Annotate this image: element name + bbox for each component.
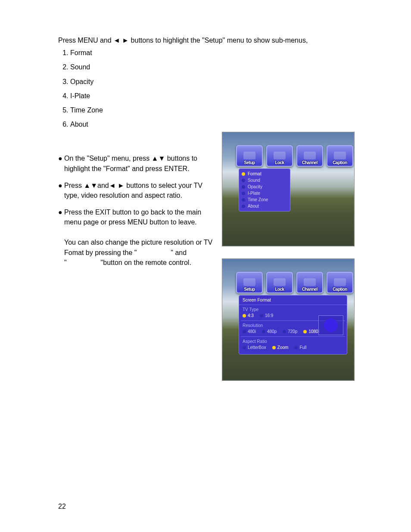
option-label: 16:9 (265, 313, 273, 318)
list-item: Opacity (70, 77, 351, 87)
osd-screenshot-setup-menu: Setup Lock Channel Caption Format Sound … (222, 132, 355, 246)
menu-item-sound[interactable]: Sound (241, 177, 288, 184)
group-label-tv-type: TV Type (239, 305, 347, 312)
tab-lock[interactable]: Lock (266, 145, 293, 167)
radio-dot-icon (243, 314, 246, 317)
radio-dot-icon (283, 330, 286, 333)
aspect-options: LetterBox Zoom Full (239, 344, 347, 352)
bullet-text: Press the EXIT button to go back to the … (64, 207, 205, 227)
option-letterbox[interactable]: LetterBox (243, 345, 266, 350)
menu-item-opacity[interactable]: Opacity (241, 184, 288, 190)
submenu-list: Format Sound Opacity I-Plate Time Zone A… (58, 48, 351, 129)
menu-item-label: Opacity (248, 184, 262, 189)
radio-dot-icon (242, 172, 245, 176)
setup-icon (243, 152, 255, 159)
tab-channel[interactable]: Channel (296, 272, 323, 293)
radio-dot-icon (243, 330, 246, 333)
option-zoom[interactable]: Zoom (272, 345, 289, 350)
option-720p[interactable]: 720p (283, 329, 297, 334)
tab-caption[interactable]: Caption (327, 145, 353, 167)
lock-icon (274, 278, 286, 286)
menu-item-label: About (248, 204, 259, 208)
tv-type-preview (318, 315, 343, 335)
radio-dot-icon (242, 198, 245, 202)
list-item: Sound (70, 62, 351, 72)
list-item: About (70, 119, 351, 129)
bullet-icon: ● (58, 180, 64, 200)
caption-icon (334, 278, 346, 286)
setup-submenu: Format Sound Opacity I-Plate Time Zone A… (239, 168, 290, 212)
tab-label: Setup (244, 160, 255, 165)
manual-page: Press MENU and ◄ ► buttons to highlight … (0, 0, 411, 532)
note-text: " (64, 259, 67, 266)
option-label: 480i (248, 329, 256, 334)
lock-icon (274, 152, 286, 159)
channel-icon (304, 278, 316, 286)
radio-dot-icon (242, 192, 245, 195)
bullet-text: Press ▲▼and◄ ► buttons to select your TV… (64, 180, 205, 200)
bullet-icon: ● (58, 207, 64, 227)
tab-setup[interactable]: Setup (236, 145, 263, 167)
tab-label: Lock (275, 287, 284, 292)
preview-circle-icon (324, 318, 338, 332)
list-item: Format (70, 48, 351, 58)
note-text: "button on the remote control. (101, 259, 191, 266)
menu-item-iplate[interactable]: I-Plate (241, 190, 288, 196)
intro-line: Press MENU and ◄ ► buttons to highlight … (58, 35, 351, 45)
tab-label: Channel (302, 160, 318, 165)
note-text: You can also change the picture resoluti… (64, 239, 212, 246)
group-label-aspect: Aspect Ratio (239, 337, 347, 344)
option-label: Zoom (277, 345, 289, 350)
channel-icon (304, 152, 316, 159)
option-full[interactable]: Full (294, 345, 306, 350)
menu-item-label: I-Plate (248, 191, 260, 196)
tab-setup[interactable]: Setup (236, 272, 263, 293)
radio-dot-icon (262, 330, 265, 333)
menu-item-about[interactable]: About (241, 203, 288, 209)
option-label: 1080i (308, 329, 319, 334)
menu-item-label: Time Zone (248, 197, 268, 202)
option-480i[interactable]: 480i (243, 329, 256, 334)
radio-dot-icon (242, 185, 245, 189)
remote-note: You can also change the picture resoluti… (64, 237, 215, 268)
tab-lock[interactable]: Lock (266, 272, 293, 293)
radio-dot-icon (243, 346, 246, 349)
bullet-icon: ● (58, 153, 64, 173)
panel-title: Screen Format (239, 296, 347, 305)
option-label: 4:3 (248, 313, 254, 318)
instruction-bullets: ●On the "Setup" menu, press ▲▼ buttons t… (58, 153, 205, 227)
option-label: 480p (267, 329, 277, 334)
radio-dot-icon (294, 346, 298, 349)
tab-label: Caption (333, 160, 347, 165)
note-text: Fomat by pressing the " (64, 249, 137, 256)
osd-screenshot-screen-format: Setup Lock Channel Caption Screen Format… (222, 258, 355, 381)
menu-item-format[interactable]: Format (241, 171, 288, 177)
caption-icon (334, 152, 346, 159)
option-4-3[interactable]: 4:3 (243, 313, 254, 318)
option-1080i[interactable]: 1080i (303, 329, 319, 334)
list-item: Time Zone (70, 105, 351, 115)
note-text: " and (171, 249, 187, 256)
option-label: 720p (288, 329, 297, 334)
page-number: 22 (58, 503, 66, 510)
tab-label: Caption (333, 287, 347, 292)
tab-label: Setup (244, 287, 255, 292)
option-16-9[interactable]: 16:9 (260, 313, 273, 318)
osd-tabs: Setup Lock Channel Caption (236, 145, 353, 167)
radio-dot-icon (260, 314, 263, 317)
option-label: LetterBox (248, 345, 266, 350)
bullet-text: On the "Setup" menu, press ▲▼ buttons to… (64, 153, 205, 173)
option-480p[interactable]: 480p (262, 329, 277, 334)
tab-caption[interactable]: Caption (327, 272, 353, 293)
radio-dot-icon (242, 179, 245, 182)
menu-item-time-zone[interactable]: Time Zone (241, 196, 288, 203)
radio-dot-icon (242, 205, 245, 208)
radio-dot-icon (303, 330, 307, 333)
menu-item-label: Format (248, 171, 262, 176)
setup-icon (243, 278, 255, 286)
tab-channel[interactable]: Channel (296, 145, 323, 167)
radio-dot-icon (272, 346, 276, 349)
tab-label: Lock (275, 160, 284, 165)
option-label: Full (299, 345, 306, 350)
list-item: I-Plate (70, 91, 351, 101)
